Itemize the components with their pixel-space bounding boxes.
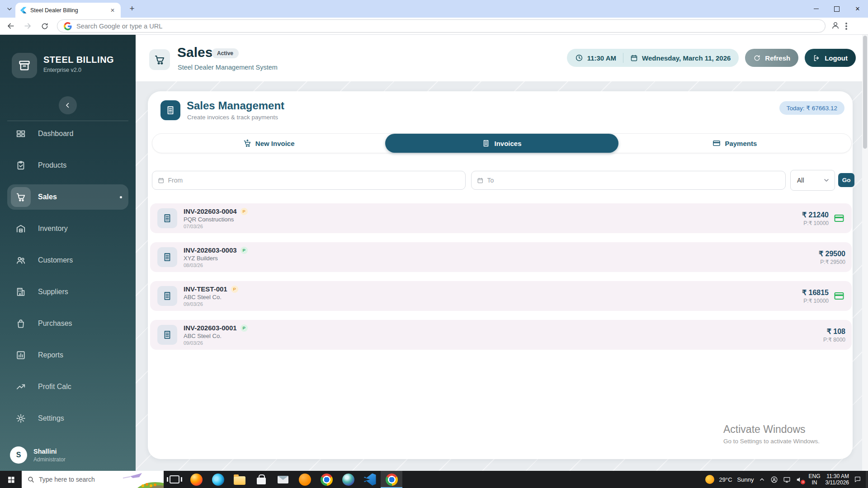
invoice-date: 09/03/26 xyxy=(184,301,238,307)
invoice-row[interactable]: INV-202603-0004 P PQR Constructions 07/0… xyxy=(150,203,852,233)
network-icon[interactable] xyxy=(783,476,791,483)
nav-icon xyxy=(16,129,26,139)
taskbar-app[interactable] xyxy=(207,471,229,488)
window-maximize-icon[interactable] xyxy=(826,0,847,18)
nav-icon-box xyxy=(11,219,31,239)
new-tab-button[interactable] xyxy=(127,4,137,14)
sales-tab[interactable]: Invoices xyxy=(385,134,618,153)
invoice-row[interactable]: INV-202603-0003 P XYZ Builders 08/03/26 … xyxy=(150,242,852,272)
tab-search-chevron-icon[interactable] xyxy=(5,4,14,14)
card-subtitle: Create invoices & track payments xyxy=(187,114,278,121)
invoice-row[interactable]: INV-TEST-001 P ABC Steel Co. 09/03/26 ₹ … xyxy=(150,281,852,311)
language-indicator[interactable]: ENG IN xyxy=(808,473,820,486)
page-scrollbar[interactable] xyxy=(862,35,868,471)
weather-temp[interactable]: 29°C xyxy=(719,476,732,483)
browser-profile-icon[interactable] xyxy=(831,21,840,32)
start-button[interactable] xyxy=(0,471,22,488)
tab-icon xyxy=(712,139,721,147)
window-minimize-icon[interactable] xyxy=(806,0,826,18)
refresh-button[interactable]: Refresh xyxy=(745,49,798,67)
invoice-number: INV-TEST-001 xyxy=(184,285,227,293)
invoice-receipt-icon xyxy=(157,247,177,267)
taskbar-app[interactable] xyxy=(316,471,337,488)
calendar-icon xyxy=(630,54,638,62)
invoice-receipt-icon xyxy=(157,286,177,306)
app: STEEL BILLING Enterprise v2.0 Dashboard … xyxy=(0,35,868,471)
scrollbar-thumb[interactable] xyxy=(863,36,867,149)
sales-tab[interactable]: New Invoice xyxy=(152,134,385,153)
taskbar-app[interactable] xyxy=(229,471,250,488)
invoice-paid-amount: P:₹ 8000 xyxy=(823,337,845,343)
nav-item-label: Suppliers xyxy=(38,288,68,296)
to-date-input[interactable] xyxy=(487,177,780,184)
page-header: Sales Active Steel Dealer Management Sys… xyxy=(136,35,868,81)
sidebar-nav-item[interactable]: Suppliers xyxy=(7,279,128,305)
nav-icon xyxy=(16,287,26,297)
taskbar-app[interactable] xyxy=(337,471,359,488)
sidebar-nav-item[interactable]: Inventory xyxy=(7,216,128,241)
taskbar-app-icon xyxy=(170,475,179,483)
refresh-icon xyxy=(753,54,761,62)
tab-icon xyxy=(482,139,490,147)
from-date-input[interactable] xyxy=(168,177,460,184)
sidebar-nav-item[interactable]: Dashboard xyxy=(7,121,128,146)
tab-close-icon[interactable] xyxy=(109,7,116,14)
go-button[interactable]: Go xyxy=(838,173,854,187)
sidebar-nav-item[interactable]: Customers xyxy=(7,248,128,273)
meet-now-icon[interactable] xyxy=(770,476,778,483)
watermark-line1: Activate Windows xyxy=(723,423,820,436)
taskbar-app[interactable] xyxy=(359,471,381,488)
address-bar[interactable]: Search Google or type a URL xyxy=(57,19,826,33)
sidebar-nav-item[interactable]: Purchases xyxy=(7,311,128,336)
tray-chevron-up-icon[interactable] xyxy=(759,476,765,483)
taskbar-app[interactable] xyxy=(185,471,207,488)
status-filter-select[interactable]: All xyxy=(790,170,835,191)
weather-label[interactable]: Sunny xyxy=(737,476,754,483)
from-date-field[interactable] xyxy=(152,171,466,190)
invoice-date: 07/03/26 xyxy=(184,224,248,229)
action-center-icon[interactable] xyxy=(854,476,861,483)
invoice-date: 08/03/26 xyxy=(184,263,248,268)
tray-date: 3/11/2026 xyxy=(826,479,849,486)
back-icon[interactable] xyxy=(4,19,17,33)
taskbar-app[interactable] xyxy=(381,471,402,488)
weather-sun-icon[interactable] xyxy=(705,475,714,484)
user-avatar: S xyxy=(10,446,27,464)
sidebar-nav-item[interactable]: Sales xyxy=(7,184,128,210)
screen: Steel Dealer Billing Search Google or ty… xyxy=(0,0,868,488)
to-date-field[interactable] xyxy=(471,171,786,190)
nav-item-label: Customers xyxy=(38,256,73,264)
sidebar-nav-item[interactable]: Settings xyxy=(7,406,128,431)
window-close-icon[interactable] xyxy=(847,0,868,18)
taskbar-app[interactable] xyxy=(164,471,185,488)
taskbar-app[interactable] xyxy=(294,471,316,488)
clock-indicator[interactable]: 11:30 AM 3/11/2026 xyxy=(826,473,849,486)
volume-muted-icon[interactable] xyxy=(796,476,803,483)
sidebar-nav-item[interactable]: Profit Calc xyxy=(7,374,128,399)
invoice-number: INV-202603-0001 xyxy=(184,324,237,332)
taskbar-search-box[interactable]: Type here to search xyxy=(22,471,164,488)
taskbar-app-icon xyxy=(342,474,354,486)
tab-label: Invoices xyxy=(494,140,521,147)
invoice-row[interactable]: INV-202603-0001 P ABC Steel Co. 09/03/26… xyxy=(150,320,852,350)
taskbar-app[interactable] xyxy=(250,471,272,488)
partial-paid-badge: P xyxy=(231,286,238,293)
browser-tab[interactable]: Steel Dealer Billing xyxy=(15,3,121,18)
logout-button[interactable]: Logout xyxy=(805,49,856,67)
nav-icon-box xyxy=(11,314,31,333)
watermark-line2: Go to Settings to activate Windows. xyxy=(723,438,820,445)
calendar-icon xyxy=(158,177,165,184)
taskbar-app-icon xyxy=(257,478,266,484)
taskbar-apps xyxy=(164,471,402,488)
sidebar-user[interactable]: S Shallini Administrator xyxy=(0,439,136,471)
sidebar-nav-item[interactable]: Reports xyxy=(7,343,128,368)
browser-menu-icon[interactable] xyxy=(845,25,847,27)
forward-icon[interactable] xyxy=(21,19,34,33)
reload-icon[interactable] xyxy=(38,19,52,33)
sales-tab[interactable]: Payments xyxy=(618,134,851,153)
search-icon xyxy=(27,476,34,483)
sidebar-nav-item[interactable]: Products xyxy=(7,153,128,178)
sidebar-collapse-button[interactable] xyxy=(59,96,77,114)
taskbar-app[interactable] xyxy=(272,471,294,488)
windows-taskbar: Type here to search xyxy=(0,471,868,488)
